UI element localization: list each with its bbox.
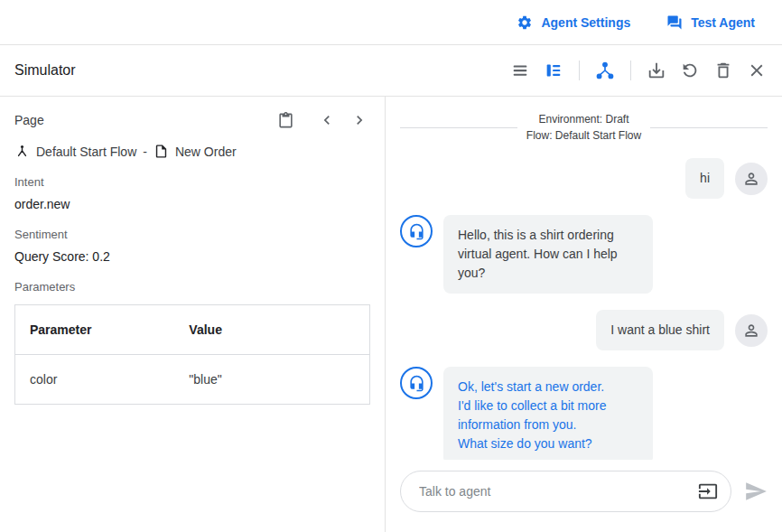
lines-icon	[510, 61, 530, 80]
flow-page-breadcrumb[interactable]: Default Start Flow - New Order	[14, 144, 370, 159]
page-label: Page	[14, 113, 44, 127]
agent-settings-label: Agent Settings	[541, 15, 630, 30]
user-message: I want a blue shirt	[400, 310, 768, 350]
detailed-view-button[interactable]	[541, 58, 566, 83]
clipboard-icon	[277, 112, 294, 129]
text-view-button[interactable]	[507, 58, 533, 83]
chevron-right-icon	[350, 111, 368, 129]
conversation-panel: Environment: Draft Flow: Default Start F…	[386, 97, 782, 532]
user-message: hi	[400, 158, 768, 199]
graph-icon	[595, 61, 615, 80]
intent-label: Intent	[14, 175, 370, 189]
submit-utterance-button[interactable]	[698, 481, 718, 501]
page-row: Page	[14, 109, 370, 131]
environment-name: Environment: Draft	[526, 111, 641, 127]
restart-conversation-button[interactable]	[677, 58, 703, 83]
flow-graph-button[interactable]	[592, 58, 618, 83]
close-icon	[747, 61, 767, 80]
agent-message: Hello, this is a shirt ordering virtual …	[400, 215, 768, 294]
headset-icon	[408, 223, 425, 240]
intent-value: order.new	[14, 197, 370, 211]
copy-page-button[interactable]	[275, 110, 296, 131]
simulator-toolbar	[507, 58, 769, 83]
divider-line	[650, 127, 768, 128]
agent-settings-button[interactable]: Agent Settings	[517, 14, 630, 31]
dialogflow-simulator-window: Agent Settings Test Agent Simulator	[0, 0, 782, 532]
message-list: hi Hello, this is a shirt ordering virtu…	[400, 151, 768, 460]
user-avatar	[735, 163, 768, 195]
restart-icon	[680, 61, 700, 80]
toolbar-divider	[630, 61, 631, 80]
prev-turn-button[interactable]	[316, 109, 338, 131]
sentiment-label: Sentiment	[14, 228, 370, 241]
parameter-name-cell: color	[15, 355, 175, 405]
page-icon	[154, 144, 169, 159]
chevron-left-icon	[318, 111, 336, 129]
send-icon	[744, 480, 768, 503]
main-content: Page	[0, 97, 782, 532]
headset-icon	[408, 375, 425, 392]
environment-info: Environment: Draft Flow: Default Start F…	[526, 111, 641, 144]
page-title: Simulator	[14, 62, 76, 79]
message-bubble: Ok, let's start a new order. I'd like to…	[443, 367, 653, 460]
trash-icon	[713, 61, 733, 80]
chat-input-row	[400, 471, 768, 512]
environment-flow: Flow: Default Start Flow	[526, 127, 641, 144]
page-actions	[275, 109, 370, 131]
agent-message: Ok, let's start a new order. I'd like to…	[400, 367, 768, 460]
toolbar-divider	[579, 61, 580, 80]
parameters-table: Parameter Value color "blue"	[14, 304, 370, 405]
agent-avatar	[400, 215, 433, 247]
chat-input-box	[400, 471, 731, 512]
agent-avatar	[400, 367, 433, 399]
next-turn-button[interactable]	[349, 109, 370, 131]
value-column-header: Value	[174, 305, 369, 355]
divider-line	[400, 127, 517, 128]
talk-to-agent-input[interactable]	[417, 483, 691, 499]
message-bubble: I want a blue shirt	[596, 310, 724, 350]
split-list-icon	[544, 61, 563, 80]
flow-name: Default Start Flow	[36, 145, 136, 159]
message-bubble: Hello, this is a shirt ordering virtual …	[443, 215, 653, 294]
chat-bubbles-icon	[666, 14, 683, 31]
simulator-header: Simulator	[0, 45, 782, 97]
user-avatar	[735, 314, 768, 347]
enter-input-icon	[698, 481, 718, 501]
breadcrumb-dash: -	[143, 145, 147, 159]
gear-icon	[517, 14, 533, 31]
delete-conversation-button[interactable]	[711, 58, 736, 83]
parameters-label: Parameters	[14, 280, 370, 294]
sentiment-value: Query Score: 0.2	[14, 249, 370, 264]
table-header-row: Parameter Value	[15, 305, 370, 355]
person-icon	[742, 170, 760, 188]
page-name: New Order	[175, 145, 237, 159]
person-icon	[742, 322, 760, 340]
parameter-value-cell: "blue"	[174, 355, 369, 405]
download-icon	[647, 61, 666, 80]
send-message-button[interactable]	[744, 480, 768, 503]
message-bubble: hi	[685, 158, 724, 199]
table-row: color "blue"	[15, 355, 370, 405]
close-simulator-button[interactable]	[744, 58, 769, 83]
environment-header: Environment: Draft Flow: Default Start F…	[400, 111, 768, 144]
transcript-detail-panel: Page	[0, 97, 386, 532]
parameter-column-header: Parameter	[15, 305, 175, 355]
flow-icon	[14, 144, 30, 159]
test-agent-label: Test Agent	[691, 15, 755, 30]
test-agent-button[interactable]: Test Agent	[666, 14, 755, 31]
top-bar: Agent Settings Test Agent	[0, 0, 782, 45]
save-conversation-button[interactable]	[644, 58, 669, 83]
